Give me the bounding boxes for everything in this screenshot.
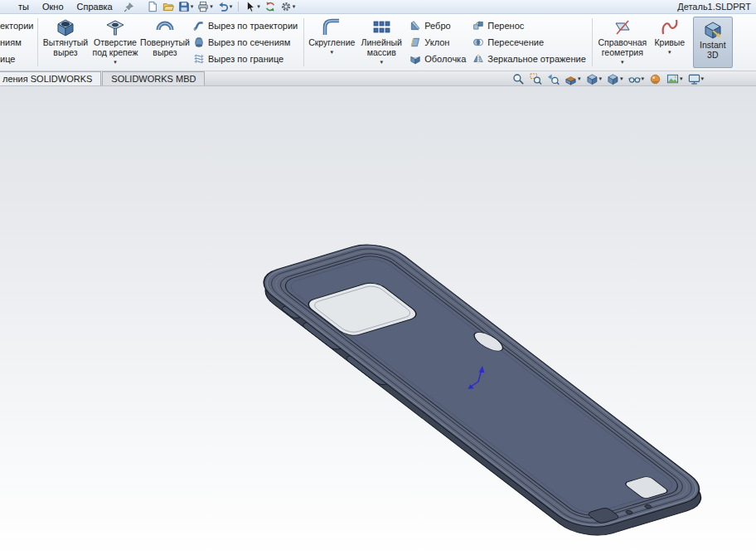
button-label: Кривые: [654, 38, 685, 48]
button-label: Instant 3D: [694, 41, 732, 61]
shell-icon: [410, 53, 421, 65]
hole-wizard-icon: [105, 17, 125, 37]
lofted-cut-button[interactable]: Вырез по сечениям: [193, 34, 298, 51]
button-label: Отверстие под крепеж: [90, 38, 140, 58]
undo-icon[interactable]: [216, 0, 235, 13]
linear-pattern-button[interactable]: Линейный массив: [356, 15, 406, 70]
extruded-cut-icon: [56, 17, 75, 37]
rib-button[interactable]: Ребро: [410, 17, 466, 34]
print-icon[interactable]: [196, 0, 215, 13]
row-label: Вырез по границе: [208, 54, 284, 64]
fillet-icon: [322, 17, 342, 37]
dropdown-arrow[interactable]: [621, 58, 624, 65]
button-label: Вытянутый вырез: [41, 38, 90, 58]
open-folder-icon[interactable]: [161, 0, 176, 13]
display-style-icon[interactable]: [605, 73, 625, 85]
features-ribbon: ектории ниям ице Вытянутый вырез Отверст…: [0, 14, 756, 71]
tab-label: ления SOLIDWORKS: [2, 74, 92, 84]
save-icon[interactable]: [177, 0, 196, 13]
row-label: Перенос: [487, 21, 524, 31]
rebuild-icon[interactable]: [263, 0, 278, 13]
reference-geometry-icon: [613, 17, 632, 37]
wrap-button[interactable]: Перенос: [472, 17, 586, 34]
options-gear-icon[interactable]: [279, 0, 298, 13]
rib-icon: [410, 20, 421, 32]
draft-icon: [410, 37, 421, 48]
phone-case-model[interactable]: [242, 238, 715, 542]
ribbon-separator: [592, 18, 593, 66]
lofted-cut-icon: [193, 37, 205, 48]
select-cursor-icon[interactable]: [243, 0, 262, 13]
new-document-icon[interactable]: [145, 0, 160, 13]
edit-appearance-icon[interactable]: [647, 73, 663, 85]
section-view-icon[interactable]: [563, 73, 583, 85]
row-label: Уклон: [424, 37, 449, 47]
linear-pattern-icon: [371, 17, 391, 37]
row-label: Ребро: [424, 21, 450, 31]
solidworks-window: ты Окно Справка Деталь1.SLDPRT ектории н…: [0, 0, 756, 560]
headsup-view-toolbar: [511, 72, 705, 85]
row-label: Вырез по траектории: [208, 21, 298, 31]
extruded-cut-button[interactable]: Вытянутый вырез: [41, 15, 90, 70]
row-label: Пересечение: [487, 37, 544, 47]
shell-button[interactable]: Оболочка: [410, 51, 466, 67]
cutoff-label[interactable]: ице: [0, 51, 35, 67]
pin-icon[interactable]: [124, 2, 134, 12]
tab-solidworks-addins[interactable]: ления SOLIDWORKS: [0, 71, 101, 85]
dropdown-arrow[interactable]: [330, 48, 333, 55]
instant-3d-toggle[interactable]: Instant 3D: [693, 17, 733, 68]
intersect-icon: [472, 37, 484, 48]
revolved-cut-button[interactable]: Повернутый вырез: [140, 15, 190, 70]
boundary-cut-button[interactable]: Вырез по границе: [193, 51, 298, 67]
menu-tools-cutoff[interactable]: ты: [12, 2, 36, 12]
row-label: Оболочка: [424, 54, 466, 64]
dropdown-arrow[interactable]: [380, 58, 383, 65]
menu-bar: ты Окно Справка Деталь1.SLDPRT: [0, 0, 756, 14]
draft-button[interactable]: Уклон: [410, 34, 466, 51]
fillet-button[interactable]: Скругление: [307, 15, 356, 70]
cutoff-label[interactable]: ниям: [0, 34, 35, 51]
row-label: Зеркальное отражение: [487, 54, 586, 64]
view-orientation-icon[interactable]: [584, 73, 604, 85]
zoom-area-icon[interactable]: [528, 73, 544, 85]
row-label: Вырез по сечениям: [208, 37, 290, 47]
wrap-icon: [472, 20, 484, 32]
dropdown-arrow[interactable]: [668, 48, 671, 55]
swept-cut-button[interactable]: Вырез по траектории: [193, 17, 298, 34]
tab-label: SOLIDWORKS MBD: [111, 74, 196, 84]
menu-help[interactable]: Справка: [70, 2, 119, 12]
hole-wizard-button[interactable]: Отверстие под крепеж: [90, 15, 140, 70]
curves-icon: [660, 17, 680, 37]
intersect-button[interactable]: Пересечение: [472, 34, 586, 51]
boundary-cut-icon: [193, 53, 205, 65]
button-label: Повернутый вырез: [140, 38, 190, 58]
dropdown-arrow[interactable]: [114, 58, 117, 65]
button-label: Справочная геометрия: [595, 38, 650, 58]
mirror-icon: [472, 53, 484, 65]
ribbon-separator: [303, 18, 304, 66]
swept-cut-icon: [193, 20, 205, 32]
tab-solidworks-mbd[interactable]: SOLIDWORKS MBD: [102, 71, 205, 85]
transform-features-group: Перенос Пересечение Зеркальное отражение: [469, 15, 589, 70]
hide-show-icon[interactable]: [627, 73, 647, 85]
menu-window[interactable]: Окно: [36, 2, 70, 12]
mirror-button[interactable]: Зеркальное отражение: [472, 51, 586, 67]
cut-options-group: Вырез по траектории Вырез по сечениям Вы…: [190, 15, 301, 70]
ribbon-separator: [37, 18, 38, 66]
document-title: Деталь1.SLDPRT: [677, 2, 756, 12]
graphics-area[interactable]: [0, 86, 756, 560]
ribbon-cutoff-column: ектории ниям ице: [0, 15, 35, 70]
apply-scene-icon[interactable]: [665, 73, 685, 85]
reference-geometry-button[interactable]: Справочная геометрия: [595, 15, 650, 70]
button-label: Скругление: [308, 38, 355, 48]
curves-button[interactable]: Кривые: [650, 15, 690, 70]
revolved-cut-icon: [155, 17, 175, 37]
model-canvas: [0, 86, 756, 560]
zoom-fit-icon[interactable]: [511, 73, 526, 85]
instant3d-icon: [703, 20, 723, 40]
button-label: Линейный массив: [356, 38, 406, 58]
cutoff-label[interactable]: ектории: [0, 17, 35, 34]
view-settings-icon[interactable]: [686, 73, 706, 85]
previous-view-icon[interactable]: [545, 73, 561, 85]
shape-features-group: Ребро Уклон Оболочка: [406, 15, 469, 70]
